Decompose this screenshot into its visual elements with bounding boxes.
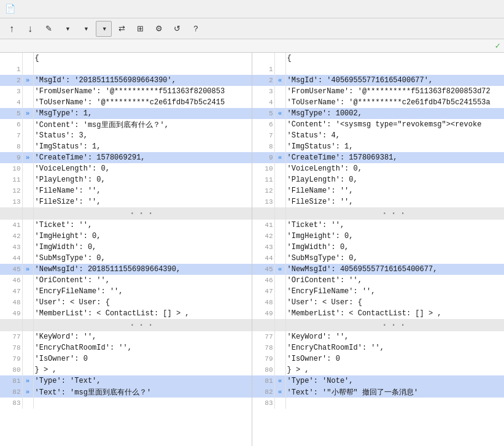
sync-button[interactable]: ⇄ — [114, 21, 130, 37]
help-button[interactable]: ? — [188, 21, 204, 37]
table-row: 49 'MemberList': < ContactList: [] > , — [252, 308, 504, 319]
table-row: 8 'ImgStatus': 1, — [252, 141, 504, 152]
line-marker — [22, 231, 33, 242]
table-row: 49 'MemberList': < ContactList: [] > , — [0, 308, 252, 319]
line-marker: » — [22, 386, 33, 398]
table-row: ··· — [0, 207, 252, 220]
file-headers: ✓ — [0, 39, 504, 53]
table-row: 9 « 'CreateTime': 1578069381, — [252, 152, 504, 163]
table-row: 78 'EncryChatRoomId': '', — [0, 342, 252, 353]
table-row: 77 'KeyWord': '', — [252, 331, 504, 342]
columns-button[interactable]: ⊞ — [133, 21, 149, 37]
line-marker: » — [22, 264, 33, 275]
line-marker — [274, 207, 285, 220]
line-content: 'Text': 'msg里面到底有什么？' — [33, 386, 252, 398]
table-row: 42 'ImgHeight': 0, — [0, 231, 252, 242]
highlight-button[interactable]: ▼ — [96, 21, 112, 37]
line-marker — [274, 364, 285, 375]
line-content: 'PlayLength': 0, — [33, 174, 252, 185]
line-marker — [274, 398, 285, 409]
line-content: 'FileName': '', — [285, 185, 504, 196]
ignore-ws-button[interactable]: ▼ — [77, 21, 93, 37]
diff-marker-icon: » — [26, 388, 30, 396]
line-marker — [274, 308, 285, 319]
table-row: 80 } > , — [0, 364, 252, 375]
nav-edit-button[interactable]: ✎ — [41, 21, 56, 37]
line-num: 81 — [0, 375, 22, 386]
line-content: 'EncryChatRoomId': '', — [285, 342, 504, 353]
diff-marker-icon: » — [26, 266, 30, 273]
line-content: 'FromUserName': '@**********f511363f8200… — [285, 86, 504, 97]
line-num: 10 — [0, 163, 22, 174]
table-row: 12 'FileName': '', — [0, 185, 252, 196]
table-row: 5 « 'MsgType': 10002, — [252, 108, 504, 119]
line-num: 2 — [252, 75, 274, 86]
table-row: 9 » 'CreateTime': 1578069291, — [0, 152, 252, 163]
table-row: 44 'SubMsgType': 0, — [0, 253, 252, 264]
toolbar: ↑ ↓ ✎ ▼ ▼ ▼ ⇄ ⊞ ⚙ ↺ ? — [0, 18, 504, 39]
refresh-button[interactable]: ↺ — [169, 21, 185, 37]
line-content: 'MemberList': < ContactList: [] > , — [33, 308, 252, 319]
window-controls — [451, 3, 499, 15]
table-row: 79 'IsOwner': 0 — [0, 353, 252, 364]
line-content: 'CreateTime': 1578069291, — [33, 152, 252, 163]
table-row: 13 'FileSize': '', — [252, 196, 504, 207]
line-content: 'NewMsgId': 20185111556989664390, — [33, 264, 252, 275]
line-num: 78 — [0, 342, 22, 353]
line-marker — [22, 174, 33, 185]
line-num: 45 — [252, 264, 274, 275]
line-marker: « — [274, 375, 285, 386]
diff-marker-icon: « — [278, 388, 282, 396]
left-diff-table: {1 2 » 'MsgId': '20185111556989664390',3… — [0, 53, 252, 409]
line-content — [285, 398, 504, 409]
line-content: 'ImgHeight': 0, — [285, 231, 504, 242]
left-pane[interactable]: {1 2 » 'MsgId': '20185111556989664390',3… — [0, 53, 252, 446]
line-marker — [22, 331, 33, 342]
line-content: 'FileName': '', — [33, 185, 252, 196]
line-content: 'Status': 4, — [285, 130, 504, 141]
line-num: 1 — [252, 64, 274, 75]
nav-up-button[interactable]: ↑ — [4, 21, 20, 37]
minimize-button[interactable] — [451, 3, 467, 15]
line-marker — [274, 286, 285, 297]
view-mode-button[interactable]: ▼ — [59, 21, 75, 37]
line-num: 41 — [252, 220, 274, 231]
table-row: 3 'FromUserName': '@**********f511363f82… — [0, 86, 252, 97]
line-num: 81 — [252, 375, 274, 386]
line-marker — [22, 220, 33, 231]
line-num — [0, 207, 22, 220]
right-pane[interactable]: {1 2 « 'MsgId': '405695557716165400677',… — [252, 53, 504, 446]
line-marker: « — [274, 386, 285, 398]
table-row: 13 'FileSize': '', — [0, 196, 252, 207]
table-row: 45 « 'NewMsgId': 405695557716165400677, — [252, 264, 504, 275]
table-row: 3 'FromUserName': '@**********f511363f82… — [252, 86, 504, 97]
line-content: 'KeyWord': '', — [285, 331, 504, 342]
settings-button[interactable]: ⚙ — [151, 21, 167, 37]
line-num: 4 — [252, 97, 274, 108]
table-row: 1 — [252, 64, 504, 75]
line-marker — [274, 119, 285, 130]
line-num — [0, 319, 22, 331]
line-marker: « — [274, 152, 285, 163]
table-row: 47 'EncryFileName': '', — [0, 286, 252, 297]
line-content: 'OriContent': '', — [285, 275, 504, 286]
line-content: 'FileSize': '', — [33, 196, 252, 207]
right-file-header: ✓ — [252, 40, 504, 51]
table-row: 81 » 'Type': 'Text', — [0, 375, 252, 386]
line-marker — [274, 174, 285, 185]
line-num: 43 — [252, 242, 274, 253]
line-num: 10 — [252, 163, 274, 174]
nav-down-button[interactable]: ↓ — [22, 21, 38, 37]
line-content: 'FromUserName': '@**********f511363f8200… — [33, 86, 252, 97]
maximize-button[interactable] — [467, 3, 483, 15]
line-num: 80 — [252, 364, 274, 375]
close-button[interactable] — [483, 3, 499, 15]
table-row: 10 'VoiceLength': 0, — [252, 163, 504, 174]
table-row: 83 — [0, 398, 252, 409]
line-num: 44 — [252, 253, 274, 264]
line-content: { — [285, 53, 504, 64]
line-marker — [22, 86, 33, 97]
line-content: 'VoiceLength': 0, — [33, 163, 252, 174]
table-row: 10 'VoiceLength': 0, — [0, 163, 252, 174]
line-marker — [22, 364, 33, 375]
